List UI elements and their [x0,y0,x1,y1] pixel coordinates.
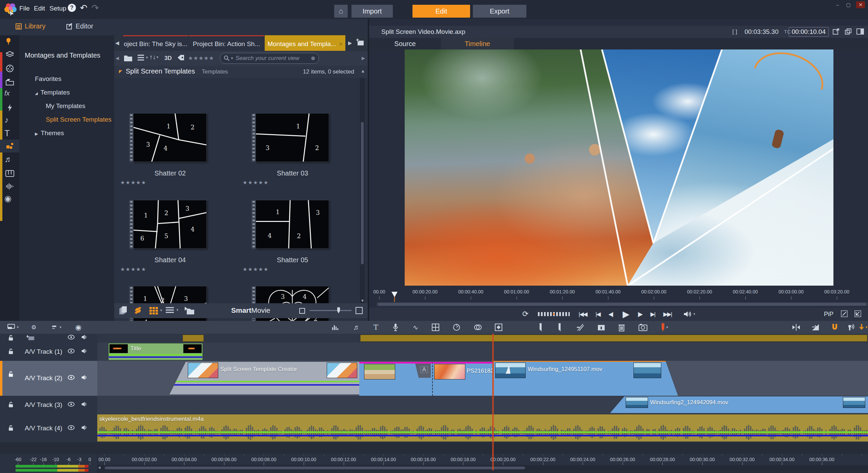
windsurfing2-clip[interactable]: Windsurfing2_124942094.mov [610,396,868,413]
frame-forward-button[interactable]: |▶ [638,311,642,318]
template-stars[interactable]: ★★★★★ [243,180,269,186]
search-clear-icon[interactable]: ⊗ [311,55,315,61]
lock-icon[interactable] [8,402,14,408]
audio-mixer-icon[interactable] [331,323,339,331]
multicam-icon[interactable] [432,323,439,331]
shuttle-control[interactable] [538,312,570,316]
import-button[interactable]: Import [351,5,393,18]
collections-icon[interactable] [4,77,15,87]
collapsed-arrow-icon[interactable]: ▶ [35,131,38,136]
track-size-icon[interactable]: ▼ [52,323,62,331]
speaker-icon[interactable] [81,402,87,407]
copy-view-icon[interactable] [845,28,852,35]
tabs-scroll-left-icon[interactable]: ◀ [115,40,119,46]
grid-scrollbar-thumb[interactable] [361,122,364,264]
transitions-icon[interactable] [4,102,15,113]
windsurfing-clip-selected[interactable]: Windsurfing_124951107.mov [493,361,679,397]
preview-scrollbar[interactable] [377,302,868,306]
tree-item-my-templates[interactable]: My Templates [46,102,85,110]
template-card[interactable]: 123456 [133,200,207,249]
home-button[interactable]: ⌂ [334,5,348,18]
toolbar-back-icon[interactable]: ◀ [116,56,119,61]
voiceover-icon[interactable] [392,323,399,331]
undo-icon[interactable]: ↶ [80,3,87,13]
trim-editor-icon[interactable] [854,310,861,317]
eye-icon[interactable] [68,349,75,353]
preview-scrollbar-thumb[interactable] [378,303,866,306]
window-minimize-button[interactable]: – [833,1,842,8]
title-tool-icon[interactable]: T [374,323,378,331]
zoom-out-icon[interactable] [299,308,305,314]
menu-setup[interactable]: Setup [49,5,66,12]
track-3-name[interactable]: A/V Track (3) [25,401,62,409]
zoom-in-icon[interactable] [356,307,363,314]
eye-icon[interactable] [68,375,75,380]
smartmovie-label[interactable]: SmartMovie [231,306,270,314]
pip-button[interactable]: PiP [824,311,833,318]
template-stars[interactable]: ★★★★★ [120,266,146,272]
titles-icon[interactable]: T [4,128,15,139]
speaker-icon[interactable] [81,375,87,380]
collapse-triangle-icon[interactable]: ◤ [119,69,122,74]
scroll-up-icon[interactable]: ▲ [361,68,365,74]
tab-close-icon[interactable]: × [339,40,343,48]
menu-file[interactable]: File [19,5,30,12]
speaker-icon[interactable] [81,348,87,354]
menu-track-lane[interactable] [97,334,868,343]
timeline-empty-area[interactable] [97,443,868,454]
sync-icon[interactable] [134,306,142,315]
dual-view-icon[interactable] [856,28,864,35]
montage-templates-icon[interactable] [4,141,15,151]
trim-mode-icon[interactable] [792,323,801,331]
thumbnail-view-icon[interactable]: ▼ [149,306,163,314]
color-grade-icon[interactable] [474,323,482,331]
zoom-slider[interactable] [309,310,351,311]
folder-icon[interactable] [124,54,133,62]
view-options-icon[interactable]: ▼ [137,54,148,61]
template-card[interactable]: 132 [256,113,329,162]
transition-box[interactable]: A [415,364,431,378]
template-stars[interactable]: ★★★★★ [243,266,269,272]
speaker-icon[interactable] [81,334,87,340]
montage-clip[interactable]: A [359,362,432,396]
copy-clip-icon[interactable] [597,323,605,331]
track-1-name[interactable]: A/V Track (1) [25,348,62,355]
tree-item-templates[interactable]: ◢Templates [35,89,70,96]
lock-icon[interactable] [8,425,14,431]
timecode-field[interactable]: 00:00:10.04 [789,27,829,37]
photo-clip[interactable]: PS2161824... [432,362,493,396]
grid-scrollbar[interactable]: ▼ [360,78,365,303]
wave-tool-icon[interactable]: ∿ [413,323,418,331]
play-button[interactable]: ▶ [623,309,629,320]
zoom-slider-handle[interactable] [337,307,340,313]
tree-item-split-screen-templates[interactable]: Split Screen Templates [46,116,112,123]
timeline-scrollbar-thumb[interactable] [105,467,525,469]
timeline-scrollbar[interactable]: ◀ [97,466,868,470]
window-maximize-button[interactable]: ▢ [844,1,853,8]
speed-icon[interactable] [453,323,460,331]
bin-tab-3-active[interactable]: Montages and Templa... × [265,35,345,52]
template-creator-clip[interactable]: Split Screen Template Creator [169,362,359,394]
menu-marker-bar[interactable] [360,335,867,342]
track-2-header-selected[interactable]: A/V Track (2) [0,361,97,396]
prev-clip-button[interactable]: |◀ [596,311,600,318]
pages-icon[interactable] [119,306,127,315]
eye-icon[interactable] [68,402,75,407]
mark-in-icon[interactable] [539,323,542,331]
volume-icon[interactable]: ▼ [684,311,696,317]
tab-source[interactable]: Source [369,38,441,49]
go-to-start-button[interactable]: |◀◀ [579,311,587,318]
menu-edit[interactable]: Edit [34,5,45,12]
scroll-down-icon[interactable]: ▼ [361,299,364,303]
delete-icon[interactable] [618,323,625,331]
media-reel-icon[interactable] [4,63,15,74]
add-track-icon[interactable] [26,335,35,341]
mark-out-icon[interactable] [558,323,561,331]
keyboard-icon[interactable] [4,168,15,179]
detail-view-icon[interactable]: ▼ [166,307,179,313]
expand-arrow-icon[interactable]: ◢ [35,91,38,96]
frame-back-button[interactable]: ◀| [608,311,613,318]
disc-editor-icon[interactable]: ◉ [75,323,81,331]
tab-editor[interactable]: Editor [66,22,93,30]
magnet-snap-icon[interactable] [831,323,839,331]
